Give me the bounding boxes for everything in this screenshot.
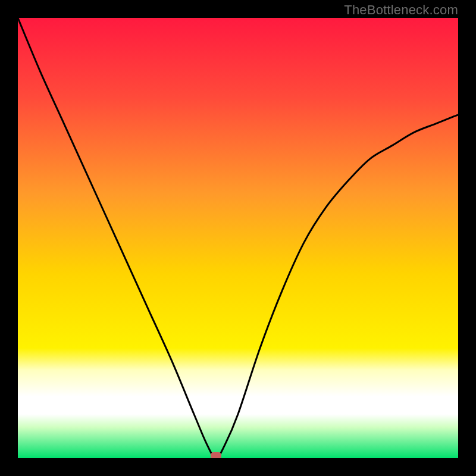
- chart-frame: [18, 18, 458, 458]
- watermark-text: TheBottleneck.com: [344, 2, 458, 18]
- bottleneck-curve: [18, 18, 458, 458]
- minimum-marker: [211, 452, 221, 458]
